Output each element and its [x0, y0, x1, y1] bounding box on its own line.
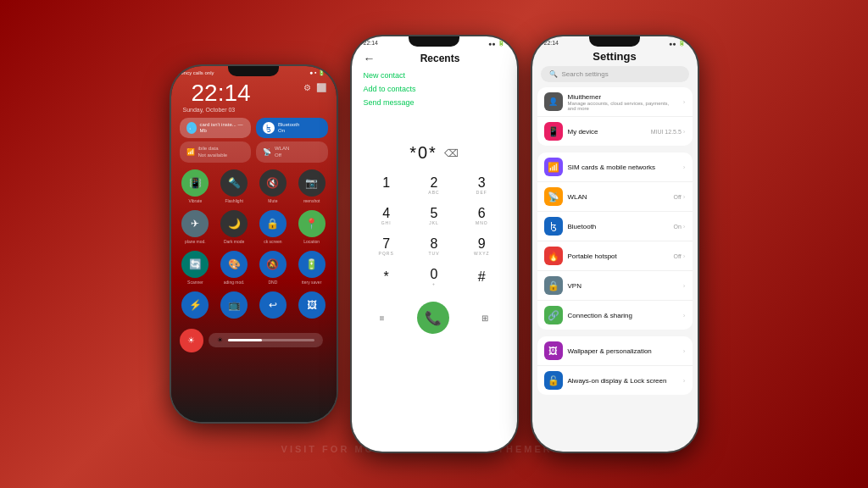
- p3-hotspot-content: Portable hotspot: [568, 252, 669, 260]
- p1-status-icons: ● ▪ 🔋: [309, 69, 326, 76]
- p1-power-btn[interactable]: ☀: [180, 329, 203, 352]
- p2-key-6[interactable]: 6MNO: [459, 202, 504, 230]
- p1-bt-sublabel: On: [278, 128, 321, 134]
- p3-item-account[interactable]: 👤 Miuithemer Manage accounts, cloud serv…: [537, 87, 693, 117]
- p1-lockscreen-btn[interactable]: 🔒 ck screen: [255, 210, 291, 244]
- p3-settings-title: Settings: [532, 47, 698, 66]
- p3-account-subtitle: Manage accounts, cloud services, payment…: [568, 101, 678, 111]
- p2-key-8[interactable]: 8TUV: [411, 232, 457, 261]
- p1-sim-card[interactable]: 💧 card isn't inste... — Mb: [180, 118, 252, 138]
- p3-item-device[interactable]: 📱 My device MIUI 12.5.5 ›: [537, 117, 693, 146]
- phone1-control-center: ency calls only ● ▪ 🔋 22:14 Sunday, Octo…: [171, 66, 337, 422]
- p1-scanner-btn[interactable]: 🔄 Scanner: [178, 251, 214, 285]
- p1-extra2-icon: 📺: [220, 291, 248, 319]
- p1-dnd-btn[interactable]: 🔕 DND: [255, 251, 291, 285]
- p3-item-vpn[interactable]: 🔒 VPN ›: [537, 271, 693, 301]
- p3-hotspot-right: Off ›: [674, 252, 686, 260]
- p1-extra1-icon: ⚡: [181, 291, 209, 319]
- p2-key-hash[interactable]: #: [459, 263, 504, 291]
- p2-delete-icon[interactable]: ⌫: [444, 147, 459, 159]
- p2-key-4[interactable]: 4GHI: [364, 202, 409, 230]
- p3-status-icons: ●●🔋: [669, 40, 685, 47]
- p2-add-contacts-link[interactable]: Add to contacts: [364, 82, 505, 96]
- p1-vibrate-btn[interactable]: 📳 Vibrate: [178, 169, 214, 203]
- p1-extra4-icon: 🖼: [298, 291, 326, 319]
- p2-new-contact-link[interactable]: New contact: [364, 69, 505, 82]
- p1-battery-btn[interactable]: 🔋 ttery saver: [294, 251, 330, 285]
- p2-back-button[interactable]: ←: [364, 52, 376, 65]
- p3-vpn-content: VPN: [568, 282, 678, 290]
- p3-wlan-chevron: ›: [683, 193, 686, 201]
- p2-menu-icon[interactable]: ≡: [380, 313, 385, 323]
- p2-send-message-link[interactable]: Send message: [364, 96, 505, 109]
- p2-key-2[interactable]: 2ABC: [411, 171, 457, 200]
- p1-extra3-icon: ↩: [259, 291, 287, 319]
- p1-reading-btn[interactable]: 🎨 ading mod.: [216, 251, 252, 285]
- p3-item-sim[interactable]: 📶 SIM cards & mobile networks ›: [537, 152, 693, 182]
- p2-key-0[interactable]: 0+: [411, 263, 457, 291]
- p3-item-aod[interactable]: 🔓 Always-on display & Lock screen ›: [537, 366, 693, 395]
- p2-recents-title: Recents: [376, 53, 505, 64]
- p3-vpn-chevron: ›: [683, 282, 686, 290]
- p2-key-5[interactable]: 5JKL: [411, 202, 457, 230]
- p1-mobile-data[interactable]: 📶 ibile data Not available: [180, 141, 252, 162]
- p3-item-wallpaper[interactable]: 🖼 Wallpaper & personalization ›: [537, 336, 693, 366]
- p2-keypad: 1GHI 2ABC 3DEF 4GHI 5JKL 6MNO 7PQRS 8TUV: [352, 168, 517, 295]
- p2-number-display: *0*: [409, 143, 437, 163]
- p1-mute-icon: 🔇: [259, 169, 287, 197]
- p3-wallpaper-icon: 🖼: [544, 341, 563, 360]
- p1-extra3-btn[interactable]: ↩: [255, 291, 291, 320]
- p1-wlan-card[interactable]: 📡 WLAN Off: [256, 141, 328, 162]
- p1-reading-icon: 🎨: [220, 251, 248, 278]
- p3-item-wlan[interactable]: 📡 WLAN Off ›: [537, 182, 693, 212]
- p1-location-icon: 📍: [298, 210, 326, 237]
- p2-bottom-bar: ≡ 📞 ⊞: [352, 295, 517, 337]
- p1-flashlight-btn[interactable]: 🔦 Flashlight: [216, 169, 252, 203]
- p3-item-hotspot[interactable]: 🔥 Portable hotspot Off ›: [537, 241, 693, 271]
- p3-aod-title: Always-on display & Lock screen: [568, 377, 678, 385]
- p3-aod-content: Always-on display & Lock screen: [568, 377, 678, 385]
- p1-screenshot-btn[interactable]: 📷 reenshot: [294, 169, 330, 203]
- p1-icons-row4: ⚡ 📺 ↩ 🖼: [171, 288, 337, 324]
- p3-wallpaper-title: Wallpaper & personalization: [568, 347, 678, 355]
- p2-key-star[interactable]: *: [364, 263, 409, 291]
- p1-sun-icon: ☀: [217, 336, 223, 344]
- p2-call-button[interactable]: 📞: [417, 302, 449, 334]
- p3-wlan-content: WLAN: [568, 193, 669, 201]
- p3-wallpaper-content: Wallpaper & personalization: [568, 347, 678, 355]
- p1-notch: [228, 66, 279, 76]
- p3-vpn-title: VPN: [568, 282, 678, 290]
- p2-key-9[interactable]: 9WXYZ: [459, 232, 504, 261]
- p3-wlan-right: Off ›: [674, 193, 686, 201]
- p1-lock-icon: 🔒: [259, 210, 287, 237]
- p2-key-3[interactable]: 3DEF: [459, 171, 504, 200]
- p1-bt-label: Bluetooth: [278, 122, 321, 128]
- p1-extra4-btn[interactable]: 🖼: [294, 291, 330, 320]
- p1-airplane-btn[interactable]: ✈ plane mod.: [178, 210, 214, 244]
- p3-hotspot-title: Portable hotspot: [568, 252, 669, 260]
- p1-grid-icon[interactable]: ⬜: [316, 83, 326, 92]
- p1-extra1-btn[interactable]: ⚡: [178, 291, 214, 320]
- p1-brightness-bar[interactable]: ☀: [209, 333, 323, 347]
- p1-gear-icon[interactable]: ⚙: [303, 83, 311, 92]
- p1-location-btn[interactable]: 📍 Location: [294, 210, 330, 244]
- p1-mute-btn[interactable]: 🔇 Mute: [255, 169, 291, 203]
- p1-bluetooth-card[interactable]: ɮ Bluetooth On: [256, 118, 328, 138]
- p1-dnd-icon: 🔕: [259, 251, 287, 278]
- phone3-settings: 22:14 ●●🔋 Settings 🔍 Search settings 👤 M…: [532, 36, 698, 452]
- p1-carrier: ency calls only: [181, 70, 214, 75]
- p3-hotspot-icon: 🔥: [544, 247, 563, 265]
- p3-search-placeholder: Search settings: [562, 70, 609, 78]
- p3-item-connection[interactable]: 🔗 Connection & sharing ›: [537, 301, 693, 330]
- p1-darkmode-icon: 🌙: [220, 210, 248, 237]
- p3-connectivity-list: 📶 SIM cards & mobile networks › 📡 WLAN O…: [537, 152, 693, 330]
- p3-item-bluetooth[interactable]: ɮ Bluetooth On ›: [537, 212, 693, 241]
- p3-account-title: Miuithemer: [568, 93, 678, 101]
- p2-key-7[interactable]: 7PQRS: [364, 232, 409, 261]
- p2-contacts-icon[interactable]: ⊞: [481, 313, 488, 323]
- p3-search-bar[interactable]: 🔍 Search settings: [541, 66, 689, 82]
- p1-icons-row3: 🔄 Scanner 🎨 ading mod. 🔕 DND 🔋 ttery sav…: [171, 247, 337, 288]
- p2-key-1[interactable]: 1GHI: [364, 171, 409, 200]
- p1-darkmode-btn[interactable]: 🌙 Dark mode: [216, 210, 252, 244]
- p1-extra2-btn[interactable]: 📺: [216, 291, 252, 320]
